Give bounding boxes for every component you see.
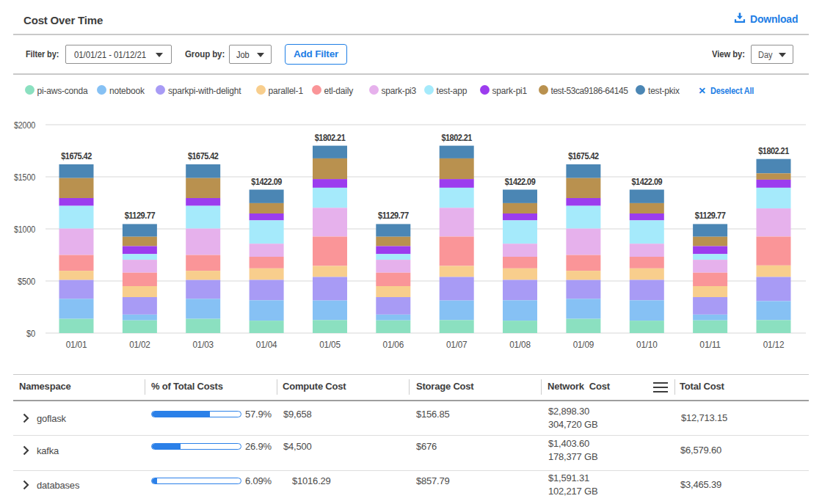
svg-text:$1422.09: $1422.09 (632, 177, 663, 187)
svg-text:$1129.77: $1129.77 (378, 211, 409, 221)
svg-text:01/07: 01/07 (446, 340, 468, 350)
svg-text:01/01: 01/01 (66, 340, 87, 350)
svg-text:$1129.77: $1129.77 (695, 211, 726, 221)
svg-text:$1675.42: $1675.42 (61, 151, 92, 161)
svg-text:$1675.42: $1675.42 (568, 151, 599, 161)
svg-text:01/04: 01/04 (256, 340, 277, 350)
svg-text:$2000: $2000 (14, 120, 35, 131)
svg-text:$1129.77: $1129.77 (125, 211, 156, 221)
svg-text:$1000: $1000 (14, 224, 35, 235)
svg-text:$1422.09: $1422.09 (251, 177, 282, 187)
svg-text:$1802.21: $1802.21 (758, 146, 789, 156)
svg-text:$1802.21: $1802.21 (441, 133, 472, 143)
svg-text:01/03: 01/03 (192, 340, 214, 350)
svg-text:01/10: 01/10 (636, 340, 658, 350)
svg-text:01/02: 01/02 (129, 340, 150, 350)
svg-text:01/08: 01/08 (509, 340, 531, 350)
svg-text:01/06: 01/06 (383, 340, 404, 350)
svg-text:01/09: 01/09 (573, 340, 594, 350)
svg-text:01/12: 01/12 (763, 340, 785, 350)
svg-text:$1675.42: $1675.42 (188, 151, 219, 161)
svg-text:$1802.21: $1802.21 (315, 133, 346, 143)
svg-text:01/11: 01/11 (699, 340, 721, 350)
svg-text:$500: $500 (18, 277, 35, 287)
svg-text:01/05: 01/05 (319, 340, 341, 350)
svg-text:$0: $0 (26, 329, 35, 339)
svg-text:$1422.09: $1422.09 (505, 177, 536, 187)
svg-text:$1500: $1500 (14, 172, 35, 183)
